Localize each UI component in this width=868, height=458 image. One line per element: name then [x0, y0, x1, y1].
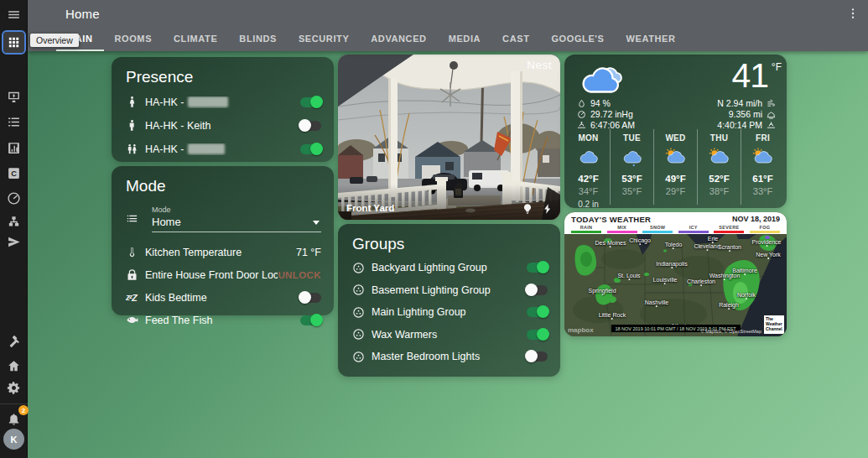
chevron-down-icon: [313, 221, 320, 225]
sunset-icon: [767, 121, 776, 130]
sidebar-item-list[interactable]: [3, 112, 24, 133]
tab-security[interactable]: SECURITY: [288, 28, 360, 51]
forecast-weather-icon: [709, 148, 730, 166]
user-avatar[interactable]: K: [3, 429, 24, 450]
group-toggle[interactable]: [527, 263, 548, 273]
svg-text:C: C: [11, 169, 17, 178]
tab-rooms[interactable]: ROOMS: [104, 28, 164, 51]
unlock-button[interactable]: UNLOCK: [278, 270, 321, 280]
weather-radar-card[interactable]: TODAY'S WEATHER NOV 18, 2019 RAIN MIX SN…: [564, 212, 787, 336]
city-label: New York: [756, 252, 781, 259]
presence-toggle[interactable]: [300, 144, 321, 154]
tab-media[interactable]: MEDIA: [438, 28, 491, 51]
weather-card: 41 °F 94 % 29.72 inHg 6:47:06 AM N 2.94 …: [564, 55, 787, 208]
mode-select-row: Mode Home: [112, 199, 334, 237]
city-label: Charleston: [687, 278, 715, 286]
visibility-icon: [767, 110, 776, 119]
send-icon: [7, 235, 21, 249]
tab-advanced[interactable]: ADVANCED: [360, 28, 437, 51]
card-title: Mode: [112, 166, 334, 199]
group-toggle[interactable]: [527, 330, 548, 340]
tab-cast[interactable]: CAST: [491, 28, 540, 51]
entity-row: zzZ Kids Bedtime: [112, 286, 334, 309]
city-label: Indianapolis: [656, 261, 687, 268]
forecast-day: FRI 61°F 33°F: [741, 129, 784, 205]
sidebar-item-settings[interactable]: [3, 377, 24, 398]
entity-label: HA-HK - Keith: [145, 120, 300, 132]
sidebar-item-configuration[interactable]: [3, 356, 24, 377]
presence-toggle[interactable]: [300, 97, 321, 107]
city-label: Little Rock: [599, 312, 626, 320]
entity-row: HA-HK -: [112, 138, 334, 160]
city-label: Nashville: [645, 299, 668, 307]
entity-label: Master Bedroom Lights: [372, 351, 527, 362]
hamburger-menu-icon[interactable]: [3, 4, 24, 25]
circles-group-icon: [352, 351, 372, 363]
entity-label: Wax Warmers: [372, 329, 527, 341]
city-label: Toledo: [665, 242, 683, 249]
city-label: St. Louis: [617, 273, 640, 280]
radar-map-image[interactable]: Des Moines Chicago Toledo Cleveland Erie…: [564, 234, 787, 336]
camera-actions: [522, 203, 554, 215]
home-assistant-dashboard: C 2 K Home M: [0, 0, 868, 458]
weather-channel-logo: The Weather Channel: [764, 315, 784, 334]
forecast-weather-icon: [665, 148, 687, 166]
flash-icon[interactable]: [542, 203, 554, 215]
circles-group-icon: [352, 306, 372, 319]
sidebar-item-send[interactable]: [3, 232, 24, 252]
home-config-icon: [7, 359, 21, 373]
kids-bedtime-toggle[interactable]: [300, 293, 321, 303]
group-toggle[interactable]: [527, 285, 548, 295]
presence-toggle[interactable]: [300, 121, 321, 131]
human-male-female-icon: [126, 143, 145, 155]
sidebar-item-overview[interactable]: [3, 32, 24, 53]
entity-row: Main Lighting Group: [338, 301, 560, 324]
tab-blinds[interactable]: BLINDS: [228, 28, 288, 51]
tab-googles[interactable]: GOOGLE'S: [540, 28, 615, 51]
notifications-button[interactable]: 2: [3, 409, 24, 429]
cloudy-icon: [580, 61, 628, 98]
entity-label: Kids Bedtime: [145, 292, 300, 304]
map-date: NOV 18, 2019: [732, 215, 780, 223]
chart-box-icon: [7, 141, 21, 155]
legend-swatch-fog: [750, 231, 780, 233]
nest-watermark: Nest: [527, 59, 552, 71]
city-label: Louisville: [653, 277, 678, 284]
tab-climate[interactable]: CLIMATE: [163, 28, 228, 51]
city-label: Springfield: [588, 288, 616, 295]
map-attribution: © Mapbox, © OpenStreetMap: [700, 329, 761, 334]
sidebar: C 2 K: [0, 0, 28, 458]
sidebar-item-gauge[interactable]: [3, 188, 24, 209]
camera-card-front-yard[interactable]: Nest Front Yard: [338, 55, 560, 220]
entity-row: Wax Warmers: [338, 324, 560, 346]
gauge-icon: [7, 191, 21, 206]
dropdown-label: Mode: [152, 206, 321, 214]
sidebar-item-chart[interactable]: [3, 138, 24, 159]
tab-weather[interactable]: WEATHER: [616, 28, 687, 51]
group-toggle[interactable]: [527, 307, 548, 317]
feed-fish-toggle[interactable]: [300, 315, 321, 325]
sidebar-divider: [0, 403, 28, 404]
sidebar-item-developer-tools[interactable]: [3, 332, 24, 353]
bell-icon: [7, 412, 21, 426]
entity-label: HA-HK -: [145, 143, 300, 155]
sidebar-item-kiosk[interactable]: [3, 86, 24, 107]
lightbulb-icon[interactable]: [522, 203, 533, 215]
dropdown-value: Home: [152, 216, 321, 228]
city-label: Raleigh: [719, 302, 739, 310]
legend-swatch-snow: [642, 231, 673, 233]
sidebar-item-c-app[interactable]: C: [3, 163, 24, 184]
dashboard-tabs: MAIN ROOMS CLIMATE BLINDS SECURITY ADVAN…: [56, 28, 687, 51]
entity-row: Entire House Front Door Lock UNLOCK: [112, 263, 334, 286]
sidebar-item-sitemap[interactable]: [3, 211, 24, 232]
city-label: Chicago: [629, 237, 651, 245]
group-toggle[interactable]: [527, 351, 548, 362]
redacted-name: [188, 143, 225, 154]
kebab-menu-icon[interactable]: [846, 7, 860, 20]
humidity-value: 94 %: [590, 98, 611, 108]
mode-dropdown[interactable]: Mode Home: [152, 206, 321, 232]
fish-icon: [126, 314, 145, 326]
hammer-icon: [7, 336, 21, 350]
human-male-icon: [126, 119, 145, 132]
entity-label: Backyard Lighting Group: [372, 262, 527, 273]
